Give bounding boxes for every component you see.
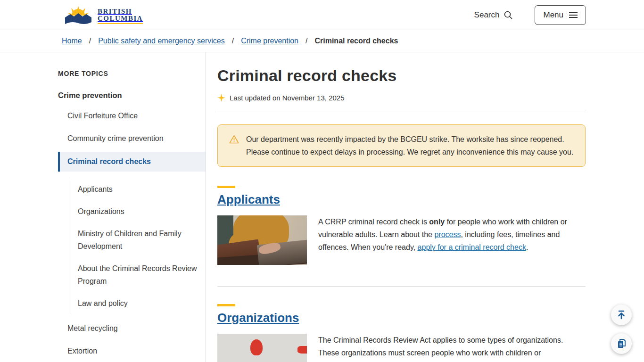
sidebar-sublist: Applicants Organizations Ministry of Chi… bbox=[70, 178, 206, 314]
warning-banner: Our department was recently impacted by … bbox=[217, 124, 586, 167]
divider bbox=[217, 112, 586, 112]
section-accent-bar bbox=[217, 304, 235, 306]
sidebar-section-crime-prevention[interactable]: Crime prevention bbox=[58, 91, 206, 100]
search-button[interactable]: Search bbox=[474, 10, 513, 20]
sidebar-subitem-applicants[interactable]: Applicants bbox=[70, 178, 206, 200]
sidebar-item-community-crime-prevention[interactable]: Community crime prevention bbox=[58, 127, 206, 150]
process-link[interactable]: process bbox=[434, 230, 461, 239]
sidebar-item-metal-recycling[interactable]: Metal recycling bbox=[58, 317, 206, 340]
main-content: Criminal record checks Last updated on N… bbox=[206, 52, 644, 362]
arrow-up-to-line-icon bbox=[616, 309, 627, 321]
breadcrumb-separator: / bbox=[89, 37, 91, 45]
text: A CRRP criminal record check is bbox=[318, 218, 429, 226]
bc-emblem-icon bbox=[64, 5, 93, 25]
copy-page-button[interactable] bbox=[611, 333, 632, 354]
breadcrumb-link-crime-prevention[interactable]: Crime prevention bbox=[241, 37, 298, 45]
text-bold: only bbox=[429, 218, 445, 226]
site-header: British Columbia Search Menu bbox=[0, 0, 644, 30]
divider bbox=[217, 286, 586, 287]
sidebar-item-extortion[interactable]: Extortion bbox=[58, 340, 206, 362]
applicants-heading-link[interactable]: Applicants bbox=[217, 192, 280, 207]
organizations-media-row: The Criminal Records Review Act applies … bbox=[217, 334, 586, 362]
breadcrumb-separator: / bbox=[305, 37, 307, 45]
bc-logo-wordmark: British Columbia bbox=[98, 8, 143, 22]
sidebar-link-civil-forfeiture[interactable]: Civil Forfeiture Office bbox=[67, 112, 138, 120]
sidebar-more-topics-label: MORE TOPICS bbox=[58, 70, 206, 77]
sidebar-link-metal-recycling[interactable]: Metal recycling bbox=[67, 324, 118, 332]
applicants-photo bbox=[217, 215, 307, 265]
search-label: Search bbox=[474, 10, 500, 20]
breadcrumb-link-home[interactable]: Home bbox=[62, 37, 82, 45]
sidebar-subitem-about-crrp[interactable]: About the Criminal Records Review Progra… bbox=[70, 257, 206, 292]
hamburger-icon bbox=[569, 12, 578, 18]
sidebar-subitem-mcfd[interactable]: Ministry of Children and Family Developm… bbox=[70, 222, 206, 257]
sidebar-subitem-law-and-policy[interactable]: Law and policy bbox=[70, 292, 206, 314]
search-icon bbox=[504, 10, 513, 20]
warning-banner-text: Our department was recently impacted by … bbox=[246, 133, 574, 158]
sidebar-link-criminal-record-checks[interactable]: Criminal record checks bbox=[67, 157, 151, 165]
sidebar-sublink-organizations[interactable]: Organizations bbox=[78, 207, 124, 215]
menu-label: Menu bbox=[543, 10, 563, 20]
applicants-paragraph: A CRRP criminal record check is only for… bbox=[318, 215, 586, 265]
last-updated-row: Last updated on November 13, 2025 bbox=[217, 94, 586, 102]
menu-button[interactable]: Menu bbox=[535, 5, 586, 25]
breadcrumb-link-public-safety[interactable]: Public safety and emergency services bbox=[98, 37, 225, 45]
organizations-heading-link[interactable]: Organizations bbox=[217, 311, 299, 325]
sidebar-link-community-crime-prevention[interactable]: Community crime prevention bbox=[67, 134, 164, 142]
warning-icon bbox=[229, 135, 239, 144]
sidebar-sublink-about-crrp[interactable]: About the Criminal Records Review Progra… bbox=[78, 264, 197, 285]
breadcrumb: Home / Public safety and emergency servi… bbox=[0, 30, 644, 52]
breadcrumb-current: Criminal record checks bbox=[314, 37, 398, 45]
back-to-top-button[interactable] bbox=[611, 304, 632, 325]
sidebar-item-criminal-record-checks-active[interactable]: Criminal record checks bbox=[58, 152, 206, 172]
organizations-paragraph: The Criminal Records Review Act applies … bbox=[318, 334, 586, 362]
sidebar-sublink-applicants[interactable]: Applicants bbox=[78, 185, 113, 193]
text: . bbox=[526, 243, 528, 251]
breadcrumb-separator: / bbox=[232, 37, 234, 45]
sidebar-sublink-law-and-policy[interactable]: Law and policy bbox=[78, 299, 128, 307]
last-updated-text: Last updated on November 13, 2025 bbox=[230, 94, 345, 102]
applicants-media-row: A CRRP criminal record check is only for… bbox=[217, 215, 586, 265]
apply-criminal-record-check-link[interactable]: apply for a criminal record check bbox=[418, 243, 526, 251]
sidebar-item-civil-forfeiture[interactable]: Civil Forfeiture Office bbox=[58, 105, 206, 127]
sidebar-nav: MORE TOPICS Crime prevention Civil Forfe… bbox=[58, 52, 206, 362]
section-accent-bar bbox=[217, 186, 235, 188]
organizations-photo bbox=[217, 334, 307, 362]
sidebar-subitem-organizations[interactable]: Organizations bbox=[70, 200, 206, 222]
sidebar-sublink-mcfd[interactable]: Ministry of Children and Family Developm… bbox=[78, 230, 182, 250]
copy-pages-icon bbox=[616, 338, 627, 349]
sidebar-link-extortion[interactable]: Extortion bbox=[67, 347, 97, 355]
sparkle-icon bbox=[217, 94, 225, 102]
bc-gov-logo[interactable]: British Columbia bbox=[64, 5, 143, 25]
page-title: Criminal record checks bbox=[217, 66, 586, 85]
